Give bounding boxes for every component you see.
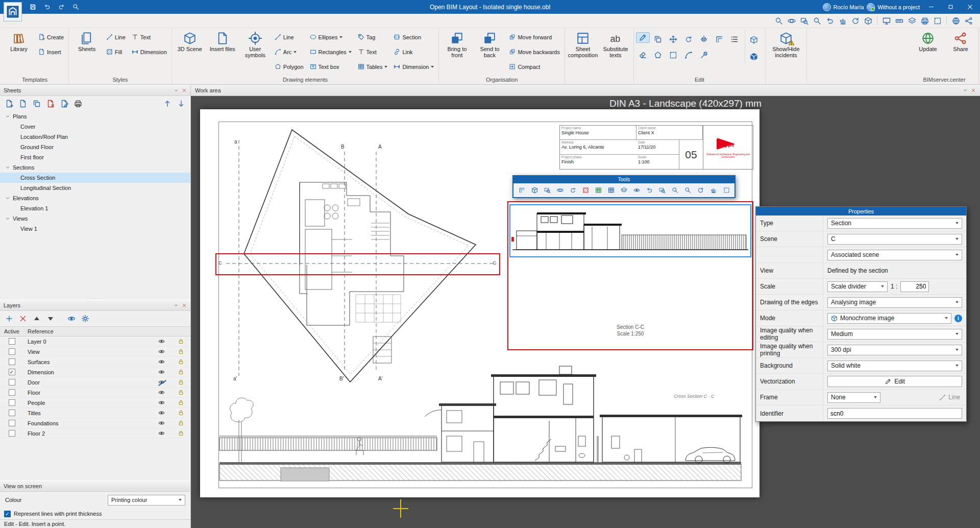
add-sheet-button[interactable] (4, 99, 14, 109)
layer-active-checkbox[interactable] (9, 410, 15, 416)
compact-button[interactable]: Compact (506, 59, 562, 74)
collapse-panel-icon[interactable] (174, 303, 179, 308)
tree-item-ground-floor[interactable]: Ground Floor (0, 142, 190, 152)
update-button[interactable]: Update (912, 30, 944, 53)
layer-visibility-button[interactable] (66, 314, 77, 324)
quality-editing-select[interactable]: Medium (827, 329, 962, 340)
lock-icon[interactable] (178, 348, 184, 355)
grid-tool-button[interactable] (605, 185, 617, 196)
layer-row[interactable]: View (0, 347, 190, 357)
zoom-extents-button[interactable] (811, 15, 823, 27)
type-select[interactable]: Section (827, 218, 962, 229)
share-button[interactable]: Share (945, 30, 976, 53)
draw-dimension-button[interactable]: Dimension (391, 59, 436, 74)
hide-elements-button[interactable] (631, 185, 643, 196)
edges-select[interactable]: Analysing image (827, 297, 962, 308)
eye-icon[interactable] (158, 358, 165, 365)
identifier-input[interactable] (827, 408, 962, 419)
pan-button[interactable] (836, 15, 849, 27)
view-3d-button[interactable] (862, 15, 874, 27)
print-sheet-button[interactable] (73, 99, 83, 109)
layer-settings-button[interactable] (80, 314, 90, 324)
vectorization-edit-button[interactable]: Edit (827, 376, 962, 387)
draw-rectangles-button[interactable]: Rectangles (307, 44, 354, 59)
eye-icon[interactable] (158, 420, 165, 426)
link-button[interactable]: Link (391, 44, 436, 59)
close-button[interactable] (962, 0, 978, 14)
user-account[interactable]: Rocío María (823, 3, 864, 11)
move-forward-button[interactable]: Move forward (506, 30, 562, 44)
print-button[interactable] (918, 15, 931, 27)
insert-files-button[interactable]: Insert files (207, 30, 238, 53)
colour-select[interactable]: Printing colour (108, 495, 185, 506)
insert-sheet-button[interactable] (18, 99, 28, 109)
frame-line-button[interactable]: Line (937, 394, 962, 401)
move-sheet-down-button[interactable] (176, 99, 186, 109)
eye-icon[interactable] (158, 348, 165, 355)
dimension-style-button[interactable]: Dimension (129, 44, 169, 59)
tree-item-cover[interactable]: Cover (0, 122, 190, 132)
select-window-button[interactable] (721, 185, 732, 196)
redraw-button[interactable] (849, 15, 862, 27)
show-hide-incidents-button[interactable]: Show/Hide incidents (768, 30, 804, 59)
sheets-style-button[interactable]: Sheets (71, 30, 103, 53)
minimize-button[interactable] (923, 0, 939, 14)
edit-list-button[interactable] (728, 32, 742, 46)
view-wireframe-button[interactable] (747, 33, 761, 46)
info-icon[interactable] (954, 315, 962, 322)
lock-icon[interactable] (178, 338, 184, 345)
lock-icon[interactable] (178, 410, 184, 416)
create-button[interactable]: Create (36, 30, 66, 44)
tree-group-elevations[interactable]: Elevations (0, 193, 190, 203)
text-box-button[interactable]: Text box (307, 59, 354, 74)
erase-tool-button[interactable] (636, 48, 650, 62)
layer-active-checkbox[interactable] (9, 379, 15, 386)
project-selector[interactable]: Without a project (867, 3, 920, 11)
offset-tool-button[interactable] (713, 32, 726, 46)
layer-active-checkbox[interactable] (9, 358, 15, 365)
layer-active-checkbox[interactable] (9, 399, 15, 406)
draw-arc-button[interactable]: Arc (272, 44, 306, 59)
zoom-out-button[interactable] (682, 185, 694, 196)
layer-active-checkbox[interactable] (9, 389, 15, 396)
layer-active-checkbox[interactable] (9, 348, 15, 355)
draw-polygon-button[interactable]: Polygon (272, 59, 306, 74)
duplicate-sheet-button[interactable] (32, 99, 42, 109)
background-select[interactable]: Solid white (827, 361, 962, 371)
tree-item-longitudinal-section[interactable]: Longitudinal Section (0, 183, 190, 193)
tables-button[interactable]: Tables (355, 59, 390, 74)
layer-active-checkbox[interactable] (9, 430, 15, 437)
drawing-canvas[interactable]: DIN A3 - Landscape (420x297) mm (191, 96, 980, 528)
delete-sheet-button[interactable] (45, 99, 56, 109)
draw-line-button[interactable]: Line (272, 30, 306, 44)
close-panel-icon[interactable] (182, 303, 187, 308)
eye-icon[interactable] (158, 410, 165, 416)
layer-row[interactable]: Floor 2 (0, 428, 190, 439)
eye-icon[interactable] (158, 399, 165, 406)
bring-to-front-button[interactable]: Bring to front (441, 30, 473, 59)
mode-select[interactable]: Monochrome image (827, 313, 951, 324)
refresh-view-button[interactable] (695, 185, 706, 196)
layer-row[interactable]: Layer 0 (0, 337, 190, 347)
lock-icon[interactable] (178, 420, 184, 426)
search-view-button[interactable] (772, 15, 785, 27)
move-tool-button[interactable] (667, 32, 680, 46)
collapse-panel-icon[interactable] (963, 88, 968, 93)
tag-button[interactable]: Tag (355, 30, 390, 44)
edit-arc-button[interactable] (682, 48, 696, 62)
advanced-edit-button[interactable] (697, 48, 711, 62)
pan-tool-button[interactable] (708, 185, 719, 196)
draw-ellipses-button[interactable]: Ellipses (307, 30, 354, 44)
layer-active-checkbox[interactable] (9, 338, 15, 345)
edit-tool-button[interactable] (636, 32, 650, 43)
lock-icon[interactable] (178, 430, 184, 437)
tree-item-location-roof-plan[interactable]: Location/Roof Plan (0, 132, 190, 142)
material-view-button[interactable] (593, 185, 604, 196)
layer-row[interactable]: Foundations (0, 418, 190, 428)
scene-3d-button[interactable]: 3D Scene (174, 30, 206, 53)
search-button[interactable] (69, 1, 82, 13)
save-button[interactable] (27, 1, 39, 13)
zoom-object-button[interactable] (542, 185, 553, 196)
zoom-previous-button[interactable] (644, 185, 655, 196)
eye-icon[interactable] (158, 389, 165, 396)
